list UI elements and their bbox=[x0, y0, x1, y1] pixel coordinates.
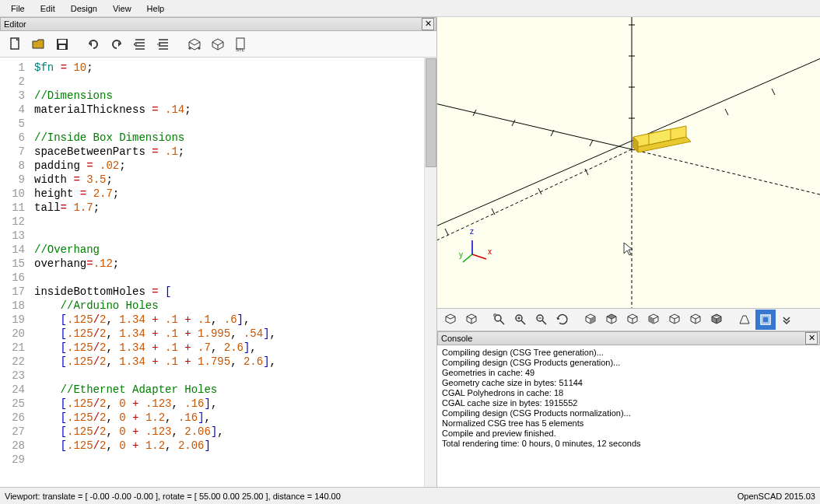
indent-icon[interactable] bbox=[152, 33, 174, 55]
axis-z-label: z bbox=[470, 227, 474, 236]
menu-view[interactable]: View bbox=[105, 2, 139, 16]
code-content[interactable]: $fn = 10; //DimensionsmaterialThickness … bbox=[31, 58, 436, 487]
editor-close-button[interactable]: ✕ bbox=[422, 18, 434, 30]
zoom-fit-icon[interactable] bbox=[489, 310, 510, 330]
undo-icon[interactable] bbox=[82, 33, 104, 55]
view-front-icon[interactable] bbox=[664, 310, 685, 330]
editor-panel-header: Editor ✕ bbox=[0, 17, 436, 31]
vp-render-icon[interactable] bbox=[461, 310, 482, 330]
svg-line-10 bbox=[437, 149, 632, 258]
editor-scrollbar[interactable] bbox=[424, 58, 436, 487]
console-close-button[interactable]: ✕ bbox=[805, 332, 818, 345]
console-panel-header: Console ✕ bbox=[437, 331, 820, 345]
svg-line-21 bbox=[512, 120, 515, 126]
viewport-scene bbox=[437, 17, 820, 308]
view-right-icon[interactable] bbox=[580, 310, 601, 330]
svg-line-12 bbox=[585, 169, 588, 175]
toolbar-more-icon[interactable] bbox=[776, 310, 797, 330]
menu-edit[interactable]: Edit bbox=[33, 2, 63, 16]
statusbar: Viewport: translate = [ -0.00 -0.00 -0.0… bbox=[0, 487, 820, 504]
preview-icon[interactable] bbox=[184, 33, 205, 55]
console-panel-title: Console bbox=[441, 334, 472, 343]
3d-viewport[interactable]: x y z bbox=[437, 17, 820, 308]
svg-line-41 bbox=[542, 320, 546, 324]
view-top-icon[interactable] bbox=[601, 310, 622, 330]
vp-preview-icon[interactable] bbox=[440, 310, 461, 330]
svg-line-37 bbox=[521, 320, 525, 324]
status-app-version: OpenSCAD 2015.03 bbox=[738, 492, 815, 501]
view-back-icon[interactable] bbox=[685, 310, 706, 330]
editor-panel-title: Editor bbox=[4, 19, 26, 29]
reset-view-icon[interactable] bbox=[552, 310, 573, 330]
svg-line-31 bbox=[472, 254, 486, 259]
view-diagonal-icon[interactable] bbox=[706, 310, 727, 330]
zoom-in-icon[interactable] bbox=[510, 310, 531, 330]
line-gutter: 1234567891011121314151617181920212223242… bbox=[0, 58, 31, 487]
svg-line-35 bbox=[500, 320, 504, 324]
svg-rect-44 bbox=[762, 317, 769, 323]
menubar: File Edit Design View Help bbox=[0, 0, 820, 17]
menu-help[interactable]: Help bbox=[139, 2, 173, 16]
status-viewport-info: Viewport: translate = [ -0.00 -0.00 -0.0… bbox=[5, 492, 341, 501]
zoom-out-icon[interactable] bbox=[531, 310, 552, 330]
code-editor[interactable]: 1234567891011121314151617181920212223242… bbox=[0, 58, 436, 487]
axis-x-label: x bbox=[488, 247, 492, 256]
view-left-icon[interactable] bbox=[643, 310, 664, 330]
axis-y-label: y bbox=[459, 250, 463, 259]
menu-design[interactable]: Design bbox=[63, 2, 105, 16]
editor-toolbar: STL bbox=[0, 31, 436, 58]
export-stl-icon[interactable]: STL bbox=[230, 33, 252, 55]
svg-line-15 bbox=[445, 229, 448, 235]
svg-text:STL: STL bbox=[236, 47, 245, 52]
new-icon[interactable] bbox=[5, 33, 26, 55]
render-icon[interactable] bbox=[207, 33, 229, 55]
menu-file[interactable]: File bbox=[3, 2, 33, 16]
console-output[interactable]: Compiling design (CSG Tree generation)..… bbox=[437, 345, 820, 487]
redo-icon[interactable] bbox=[106, 33, 128, 55]
svg-rect-2 bbox=[58, 40, 66, 44]
view-bottom-icon[interactable] bbox=[622, 310, 643, 330]
svg-line-19 bbox=[590, 140, 593, 146]
viewport-toolbar bbox=[437, 308, 820, 331]
svg-line-17 bbox=[725, 109, 728, 115]
open-icon[interactable] bbox=[28, 33, 50, 55]
svg-rect-3 bbox=[59, 45, 65, 49]
svg-line-9 bbox=[632, 149, 820, 196]
svg-point-34 bbox=[495, 315, 501, 321]
perspective-icon[interactable] bbox=[734, 310, 755, 330]
save-icon[interactable] bbox=[51, 33, 73, 55]
svg-line-7 bbox=[437, 95, 632, 149]
show-axes-icon[interactable] bbox=[755, 310, 776, 330]
editor-scrollbar-thumb[interactable] bbox=[426, 58, 436, 167]
unindent-icon[interactable] bbox=[129, 33, 151, 55]
svg-line-32 bbox=[463, 254, 472, 262]
svg-line-18 bbox=[772, 89, 775, 95]
